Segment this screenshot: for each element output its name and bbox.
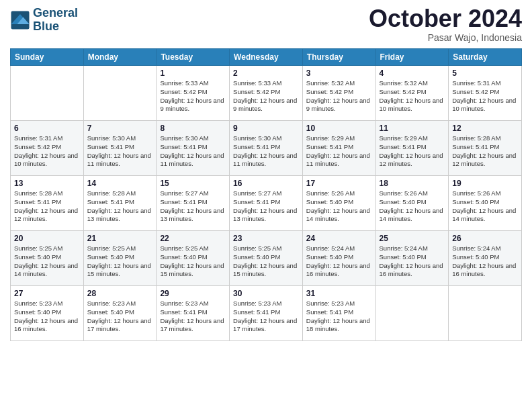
daylight-text: Daylight: 12 hours and 11 minutes. [160, 152, 226, 169]
calendar-cell: 14Sunrise: 5:28 AMSunset: 5:41 PMDayligh… [83, 176, 157, 231]
sunrise-text: Sunrise: 5:29 AM [380, 134, 445, 143]
daylight-text: Daylight: 12 hours and 11 minutes. [87, 152, 153, 169]
sunset-text: Sunset: 5:40 PM [233, 253, 299, 262]
sunrise-text: Sunrise: 5:23 AM [87, 300, 153, 308]
daylight-text: Daylight: 12 hours and 13 minutes. [160, 207, 226, 224]
sunset-text: Sunset: 5:41 PM [233, 308, 299, 317]
day-info: Sunrise: 5:23 AMSunset: 5:40 PMDaylight:… [14, 300, 80, 334]
sunset-text: Sunset: 5:40 PM [87, 253, 153, 262]
sunset-text: Sunset: 5:41 PM [233, 198, 299, 207]
daylight-text: Daylight: 12 hours and 15 minutes. [87, 262, 153, 279]
sunrise-text: Sunrise: 5:25 AM [14, 244, 80, 253]
calendar-cell: 29Sunrise: 5:23 AMSunset: 5:41 PMDayligh… [157, 286, 230, 341]
day-number: 29 [160, 289, 226, 298]
header: General Blue October 2024 Pasar Wajo, In… [10, 7, 522, 43]
calendar-week-row: 6Sunrise: 5:31 AMSunset: 5:42 PMDaylight… [11, 121, 522, 176]
sunset-text: Sunset: 5:41 PM [87, 198, 153, 207]
day-number: 8 [160, 124, 226, 133]
day-info: Sunrise: 5:26 AMSunset: 5:40 PMDaylight:… [452, 189, 518, 224]
calendar-header-saturday: Saturday [449, 49, 522, 66]
calendar-cell: 26Sunrise: 5:24 AMSunset: 5:40 PMDayligh… [449, 231, 522, 286]
sunset-text: Sunset: 5:41 PM [160, 198, 226, 207]
day-number: 5 [452, 68, 518, 78]
day-number: 4 [380, 68, 445, 78]
day-info: Sunrise: 5:28 AMSunset: 5:41 PMDaylight:… [87, 189, 153, 224]
sunset-text: Sunset: 5:42 PM [14, 143, 80, 152]
day-info: Sunrise: 5:31 AMSunset: 5:42 PMDaylight:… [14, 134, 80, 169]
sunset-text: Sunset: 5:42 PM [380, 88, 445, 97]
day-number: 14 [87, 179, 153, 188]
sunset-text: Sunset: 5:41 PM [14, 198, 80, 207]
daylight-text: Daylight: 12 hours and 10 minutes. [452, 97, 518, 114]
sunrise-text: Sunrise: 5:33 AM [233, 79, 299, 88]
calendar-cell: 9Sunrise: 5:30 AMSunset: 5:41 PMDaylight… [230, 121, 303, 176]
sunset-text: Sunset: 5:40 PM [452, 198, 518, 207]
day-number: 25 [380, 234, 445, 243]
calendar-cell: 3Sunrise: 5:32 AMSunset: 5:42 PMDaylight… [302, 66, 375, 121]
logo: General Blue [10, 7, 78, 34]
calendar-cell [375, 286, 449, 341]
daylight-text: Daylight: 12 hours and 17 minutes. [87, 317, 153, 334]
sunrise-text: Sunrise: 5:26 AM [452, 189, 518, 198]
day-number: 16 [233, 179, 299, 188]
sunset-text: Sunset: 5:40 PM [380, 253, 445, 262]
calendar-cell: 16Sunrise: 5:27 AMSunset: 5:41 PMDayligh… [230, 176, 303, 231]
day-info: Sunrise: 5:30 AMSunset: 5:41 PMDaylight:… [87, 134, 153, 169]
calendar-cell: 28Sunrise: 5:23 AMSunset: 5:40 PMDayligh… [83, 286, 157, 341]
sunrise-text: Sunrise: 5:24 AM [306, 244, 372, 253]
calendar-cell: 19Sunrise: 5:26 AMSunset: 5:40 PMDayligh… [449, 176, 522, 231]
logo-line1: General [33, 7, 78, 20]
sunrise-text: Sunrise: 5:25 AM [87, 244, 153, 253]
day-info: Sunrise: 5:25 AMSunset: 5:40 PMDaylight:… [87, 244, 153, 279]
calendar-cell: 12Sunrise: 5:28 AMSunset: 5:41 PMDayligh… [449, 121, 522, 176]
sunrise-text: Sunrise: 5:29 AM [306, 134, 372, 143]
daylight-text: Daylight: 12 hours and 12 minutes. [380, 152, 445, 169]
calendar-cell: 7Sunrise: 5:30 AMSunset: 5:41 PMDaylight… [83, 121, 157, 176]
calendar-header-row: SundayMondayTuesdayWednesdayThursdayFrid… [11, 49, 522, 66]
sunset-text: Sunset: 5:40 PM [380, 198, 445, 207]
daylight-text: Daylight: 12 hours and 17 minutes. [160, 317, 226, 334]
day-info: Sunrise: 5:29 AMSunset: 5:41 PMDaylight:… [380, 134, 445, 169]
daylight-text: Daylight: 12 hours and 16 minutes. [306, 262, 372, 279]
sunrise-text: Sunrise: 5:25 AM [160, 244, 226, 253]
daylight-text: Daylight: 12 hours and 16 minutes. [452, 262, 518, 279]
sunrise-text: Sunrise: 5:33 AM [160, 79, 226, 88]
sunrise-text: Sunrise: 5:32 AM [306, 79, 372, 88]
sunset-text: Sunset: 5:41 PM [380, 143, 445, 152]
daylight-text: Daylight: 12 hours and 14 minutes. [452, 207, 518, 224]
sunset-text: Sunset: 5:41 PM [306, 143, 372, 152]
calendar-cell: 23Sunrise: 5:25 AMSunset: 5:40 PMDayligh… [230, 231, 303, 286]
sunset-text: Sunset: 5:42 PM [306, 88, 372, 97]
calendar-cell: 30Sunrise: 5:23 AMSunset: 5:41 PMDayligh… [230, 286, 303, 341]
logo-icon [10, 10, 30, 30]
calendar-header-friday: Friday [375, 49, 449, 66]
sunrise-text: Sunrise: 5:31 AM [452, 79, 518, 88]
calendar-cell: 24Sunrise: 5:24 AMSunset: 5:40 PMDayligh… [302, 231, 375, 286]
daylight-text: Daylight: 12 hours and 16 minutes. [14, 317, 80, 334]
daylight-text: Daylight: 12 hours and 18 minutes. [306, 317, 372, 334]
sunset-text: Sunset: 5:40 PM [87, 308, 153, 317]
day-info: Sunrise: 5:23 AMSunset: 5:41 PMDaylight:… [160, 300, 226, 334]
day-number: 24 [306, 234, 372, 243]
calendar-cell: 5Sunrise: 5:31 AMSunset: 5:42 PMDaylight… [449, 66, 522, 121]
sunset-text: Sunset: 5:40 PM [160, 253, 226, 262]
calendar-cell: 1Sunrise: 5:33 AMSunset: 5:42 PMDaylight… [157, 66, 230, 121]
day-info: Sunrise: 5:24 AMSunset: 5:40 PMDaylight:… [452, 244, 518, 279]
daylight-text: Daylight: 12 hours and 9 minutes. [233, 97, 299, 114]
day-number: 12 [452, 124, 518, 133]
day-number: 6 [14, 124, 80, 133]
day-info: Sunrise: 5:27 AMSunset: 5:41 PMDaylight:… [233, 189, 299, 224]
calendar-cell: 2Sunrise: 5:33 AMSunset: 5:42 PMDaylight… [230, 66, 303, 121]
sunrise-text: Sunrise: 5:23 AM [233, 300, 299, 308]
daylight-text: Daylight: 12 hours and 17 minutes. [233, 317, 299, 334]
daylight-text: Daylight: 12 hours and 9 minutes. [306, 97, 372, 114]
logo-line2: Blue [33, 20, 78, 34]
calendar-week-row: 20Sunrise: 5:25 AMSunset: 5:40 PMDayligh… [11, 231, 522, 286]
calendar-cell: 15Sunrise: 5:27 AMSunset: 5:41 PMDayligh… [157, 176, 230, 231]
sunset-text: Sunset: 5:41 PM [306, 308, 372, 317]
daylight-text: Daylight: 12 hours and 14 minutes. [14, 262, 80, 279]
day-number: 31 [306, 289, 372, 298]
calendar-week-row: 27Sunrise: 5:23 AMSunset: 5:40 PMDayligh… [11, 286, 522, 341]
sunrise-text: Sunrise: 5:26 AM [380, 189, 445, 198]
day-number: 1 [160, 68, 226, 78]
